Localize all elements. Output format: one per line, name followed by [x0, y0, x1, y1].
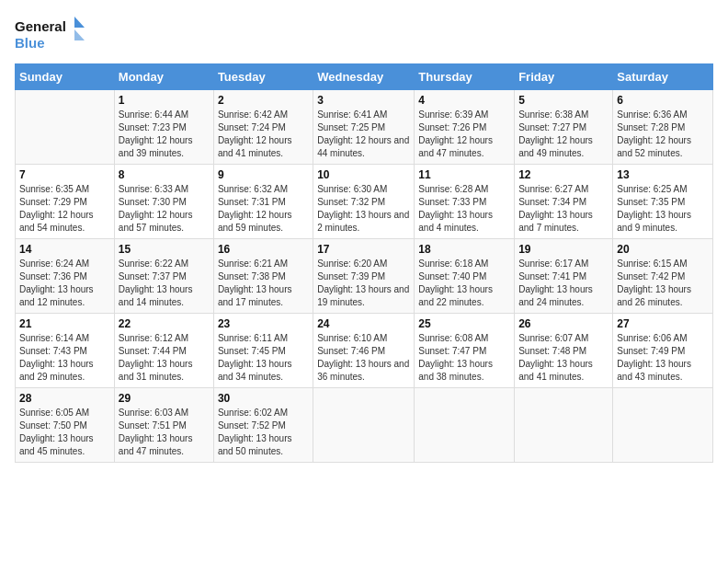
calendar-cell: 5Sunrise: 6:38 AMSunset: 7:27 PMDaylight…: [515, 90, 613, 165]
calendar-cell: 18Sunrise: 6:18 AMSunset: 7:40 PMDayligh…: [415, 239, 515, 314]
calendar-week-row: 1Sunrise: 6:44 AMSunset: 7:23 PMDaylight…: [16, 90, 713, 165]
calendar-cell: 22Sunrise: 6:12 AMSunset: 7:44 PMDayligh…: [114, 314, 213, 388]
calendar-cell: 9Sunrise: 6:32 AMSunset: 7:31 PMDaylight…: [213, 165, 313, 239]
calendar-cell: 19Sunrise: 6:17 AMSunset: 7:41 PMDayligh…: [515, 239, 613, 314]
calendar-cell: 24Sunrise: 6:10 AMSunset: 7:46 PMDayligh…: [313, 314, 415, 388]
calendar-cell: 21Sunrise: 6:14 AMSunset: 7:43 PMDayligh…: [16, 314, 115, 388]
day-number: 20: [617, 243, 709, 256]
page-header: General Blue: [15, 15, 713, 56]
weekday-header: Thursday: [415, 64, 515, 90]
day-number: 28: [19, 392, 110, 405]
weekday-header: Saturday: [613, 64, 713, 90]
day-number: 22: [119, 317, 210, 330]
day-number: 26: [518, 317, 609, 330]
calendar-cell: 2Sunrise: 6:42 AMSunset: 7:24 PMDaylight…: [213, 90, 313, 165]
day-number: 18: [418, 243, 510, 256]
day-number: 1: [119, 94, 210, 107]
calendar-week-row: 14Sunrise: 6:24 AMSunset: 7:36 PMDayligh…: [16, 239, 713, 314]
day-number: 15: [119, 243, 210, 256]
calendar-cell: 30Sunrise: 6:02 AMSunset: 7:52 PMDayligh…: [213, 388, 313, 463]
day-number: 3: [317, 94, 410, 107]
day-number: 27: [617, 317, 709, 330]
calendar-cell: 11Sunrise: 6:28 AMSunset: 7:33 PMDayligh…: [415, 165, 515, 239]
day-number: 7: [19, 168, 110, 181]
day-info: Sunrise: 6:12 AMSunset: 7:44 PMDaylight:…: [119, 332, 210, 384]
calendar-cell: [16, 90, 115, 165]
calendar-cell: 7Sunrise: 6:35 AMSunset: 7:29 PMDaylight…: [16, 165, 115, 239]
day-info: Sunrise: 6:02 AMSunset: 7:52 PMDaylight:…: [218, 407, 309, 458]
day-info: Sunrise: 6:03 AMSunset: 7:51 PMDaylight:…: [119, 407, 210, 458]
calendar-cell: 10Sunrise: 6:30 AMSunset: 7:32 PMDayligh…: [313, 165, 415, 239]
day-info: Sunrise: 6:22 AMSunset: 7:37 PMDaylight:…: [119, 258, 210, 309]
day-info: Sunrise: 6:39 AMSunset: 7:26 PMDaylight:…: [418, 109, 510, 160]
day-number: 25: [418, 317, 510, 330]
weekday-header: Tuesday: [213, 64, 313, 90]
calendar-week-row: 21Sunrise: 6:14 AMSunset: 7:43 PMDayligh…: [16, 314, 713, 388]
day-info: Sunrise: 6:18 AMSunset: 7:40 PMDaylight:…: [418, 258, 510, 309]
day-number: 6: [617, 94, 709, 107]
day-info: Sunrise: 6:05 AMSunset: 7:50 PMDaylight:…: [19, 407, 110, 458]
day-number: 11: [418, 168, 510, 181]
day-info: Sunrise: 6:33 AMSunset: 7:30 PMDaylight:…: [119, 183, 210, 235]
day-number: 8: [119, 168, 210, 181]
day-info: Sunrise: 6:08 AMSunset: 7:47 PMDaylight:…: [418, 332, 510, 384]
calendar-cell: [415, 388, 515, 463]
calendar-cell: 8Sunrise: 6:33 AMSunset: 7:30 PMDaylight…: [114, 165, 213, 239]
day-info: Sunrise: 6:32 AMSunset: 7:31 PMDaylight:…: [218, 183, 309, 235]
day-number: 23: [218, 317, 309, 330]
day-number: 5: [518, 94, 609, 107]
day-number: 14: [19, 243, 110, 256]
day-number: 29: [119, 392, 210, 405]
day-number: 30: [218, 392, 309, 405]
day-number: 13: [617, 168, 709, 181]
day-info: Sunrise: 6:20 AMSunset: 7:39 PMDaylight:…: [317, 258, 410, 309]
calendar-cell: 28Sunrise: 6:05 AMSunset: 7:50 PMDayligh…: [16, 388, 115, 463]
calendar-cell: 4Sunrise: 6:39 AMSunset: 7:26 PMDaylight…: [415, 90, 515, 165]
day-number: 24: [317, 317, 410, 330]
day-number: 21: [19, 317, 110, 330]
day-info: Sunrise: 6:28 AMSunset: 7:33 PMDaylight:…: [418, 183, 510, 235]
day-info: Sunrise: 6:06 AMSunset: 7:49 PMDaylight:…: [617, 332, 709, 384]
day-info: Sunrise: 6:07 AMSunset: 7:48 PMDaylight:…: [518, 332, 609, 384]
calendar-cell: 16Sunrise: 6:21 AMSunset: 7:38 PMDayligh…: [213, 239, 313, 314]
weekday-header-row: SundayMondayTuesdayWednesdayThursdayFrid…: [16, 64, 713, 90]
weekday-header: Wednesday: [313, 64, 415, 90]
calendar-cell: 13Sunrise: 6:25 AMSunset: 7:35 PMDayligh…: [613, 165, 713, 239]
weekday-header: Monday: [114, 64, 213, 90]
day-number: 12: [518, 168, 609, 181]
calendar-cell: 20Sunrise: 6:15 AMSunset: 7:42 PMDayligh…: [613, 239, 713, 314]
day-number: 16: [218, 243, 309, 256]
day-info: Sunrise: 6:21 AMSunset: 7:38 PMDaylight:…: [218, 258, 309, 309]
calendar-cell: 29Sunrise: 6:03 AMSunset: 7:51 PMDayligh…: [114, 388, 213, 463]
day-number: 10: [317, 168, 410, 181]
day-info: Sunrise: 6:17 AMSunset: 7:41 PMDaylight:…: [518, 258, 609, 309]
weekday-header: Friday: [515, 64, 613, 90]
day-info: Sunrise: 6:30 AMSunset: 7:32 PMDaylight:…: [317, 183, 410, 235]
day-info: Sunrise: 6:11 AMSunset: 7:45 PMDaylight:…: [218, 332, 309, 384]
calendar-cell: 25Sunrise: 6:08 AMSunset: 7:47 PMDayligh…: [415, 314, 515, 388]
calendar-cell: 17Sunrise: 6:20 AMSunset: 7:39 PMDayligh…: [313, 239, 415, 314]
calendar-cell: 1Sunrise: 6:44 AMSunset: 7:23 PMDaylight…: [114, 90, 213, 165]
calendar-cell: 14Sunrise: 6:24 AMSunset: 7:36 PMDayligh…: [16, 239, 115, 314]
calendar-cell: [613, 388, 713, 463]
svg-marker-3: [74, 29, 85, 40]
calendar-cell: [515, 388, 613, 463]
day-info: Sunrise: 6:24 AMSunset: 7:36 PMDaylight:…: [19, 258, 110, 309]
calendar-cell: 15Sunrise: 6:22 AMSunset: 7:37 PMDayligh…: [114, 239, 213, 314]
day-info: Sunrise: 6:10 AMSunset: 7:46 PMDaylight:…: [317, 332, 410, 384]
day-number: 9: [218, 168, 309, 181]
calendar-table: SundayMondayTuesdayWednesdayThursdayFrid…: [15, 63, 713, 463]
day-info: Sunrise: 6:36 AMSunset: 7:28 PMDaylight:…: [617, 109, 709, 160]
calendar-cell: 3Sunrise: 6:41 AMSunset: 7:25 PMDaylight…: [313, 90, 415, 165]
day-info: Sunrise: 6:25 AMSunset: 7:35 PMDaylight:…: [617, 183, 709, 235]
day-number: 19: [518, 243, 609, 256]
weekday-header: Sunday: [16, 64, 115, 90]
calendar-cell: 12Sunrise: 6:27 AMSunset: 7:34 PMDayligh…: [515, 165, 613, 239]
day-info: Sunrise: 6:44 AMSunset: 7:23 PMDaylight:…: [119, 109, 210, 160]
day-number: 2: [218, 94, 309, 107]
day-info: Sunrise: 6:38 AMSunset: 7:27 PMDaylight:…: [518, 109, 609, 160]
day-info: Sunrise: 6:35 AMSunset: 7:29 PMDaylight:…: [19, 183, 110, 235]
day-info: Sunrise: 6:42 AMSunset: 7:24 PMDaylight:…: [218, 109, 309, 160]
day-number: 4: [418, 94, 510, 107]
calendar-cell: [313, 388, 415, 463]
